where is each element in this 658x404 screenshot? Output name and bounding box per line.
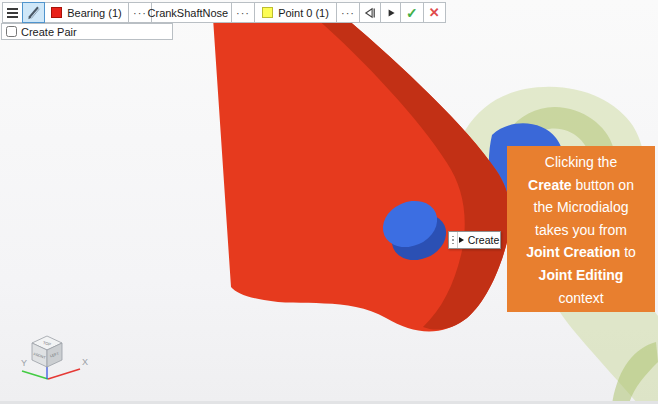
point-slot-label: Point 0 (1) <box>278 7 329 19</box>
close-icon: ✕ <box>424 5 445 20</box>
create-button-label: Create <box>468 234 500 246</box>
annotation-text: button on <box>572 177 634 193</box>
annotation-callout: Clicking the Create button on the Microd… <box>507 146 655 312</box>
bearing-slot-label: Bearing (1) <box>67 7 121 19</box>
go-to-start-button[interactable] <box>359 2 381 23</box>
play-icon <box>385 7 397 19</box>
annotation-text: the Microdialog <box>534 199 629 215</box>
pen-tool-icon <box>26 5 41 20</box>
connection-slot-crankshaftnose[interactable]: CrankShaftNose ... <box>151 2 232 23</box>
skip-to-start-icon <box>363 6 377 20</box>
annotation-text: Clicking the <box>545 154 617 170</box>
connection-slot-bearing[interactable]: Bearing (1) <box>44 2 129 23</box>
ellipsis-icon: ··· <box>337 8 359 18</box>
menu-button[interactable] <box>2 2 23 23</box>
annotation-line: takes you from <box>507 219 655 242</box>
ellipsis-icon: ··· <box>232 8 254 18</box>
drag-handle-icon[interactable] <box>449 232 458 248</box>
app-window: Y X TOP FRONT LEFT Bearing ( <box>0 0 658 404</box>
annotation-text: Joint Editing <box>539 267 624 283</box>
bearing-color-swatch <box>51 7 62 18</box>
hamburger-icon <box>7 8 18 18</box>
cancel-button[interactable]: ✕ <box>423 2 446 23</box>
view-cube[interactable]: TOP FRONT LEFT <box>32 336 62 367</box>
play-button[interactable] <box>380 2 401 23</box>
pen-tool-button[interactable] <box>22 2 45 23</box>
create-play-icon <box>459 237 464 243</box>
create-pair-checkbox[interactable] <box>6 26 17 37</box>
apply-button[interactable]: ✓ <box>400 2 424 23</box>
point-color-swatch <box>262 7 273 18</box>
annotation-line: Joint Editing <box>507 264 655 287</box>
annotation-text: Create <box>528 177 572 193</box>
crankshaftnose-more-button[interactable]: ··· <box>231 2 255 23</box>
options-panel: Create Pair <box>1 23 173 40</box>
annotation-line: Create button on <box>507 174 655 197</box>
connection-slot-point[interactable]: Point 0 (1) <box>254 2 337 23</box>
create-pair-label: Create Pair <box>21 26 77 38</box>
crankshaftnose-slot-label: CrankShaftNose ... <box>148 7 241 19</box>
annotation-line: Joint Creation to <box>507 241 655 264</box>
axis-x-label: X <box>82 357 88 367</box>
annotation-line: the Microdialog <box>507 196 655 219</box>
annotation-text: takes you from <box>535 222 627 238</box>
annotation-text: to <box>620 244 636 260</box>
annotation-line: Clicking the <box>507 151 655 174</box>
axis-y-label: Y <box>21 358 27 368</box>
joint-microdialog-toolbar: Bearing (1) ··· CrankShaftNose ... ··· P… <box>2 2 446 23</box>
annotation-line: context <box>507 287 655 310</box>
microdialog-create-button[interactable]: Create <box>448 231 501 249</box>
annotation-text: context <box>558 290 603 306</box>
point-more-button[interactable]: ··· <box>336 2 360 23</box>
annotation-text: Joint Creation <box>526 244 620 260</box>
check-icon: ✓ <box>401 5 423 21</box>
